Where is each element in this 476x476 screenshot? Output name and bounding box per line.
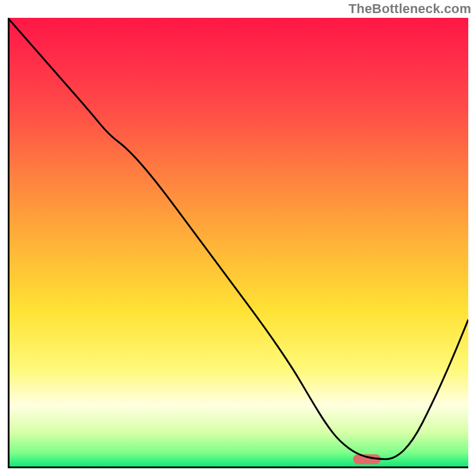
- chart-container: TheBottleneck.com: [0, 0, 476, 476]
- gradient-background: [8, 18, 468, 468]
- plot-area: [8, 18, 468, 468]
- watermark-text: TheBottleneck.com: [349, 1, 471, 17]
- chart-svg: [8, 18, 468, 468]
